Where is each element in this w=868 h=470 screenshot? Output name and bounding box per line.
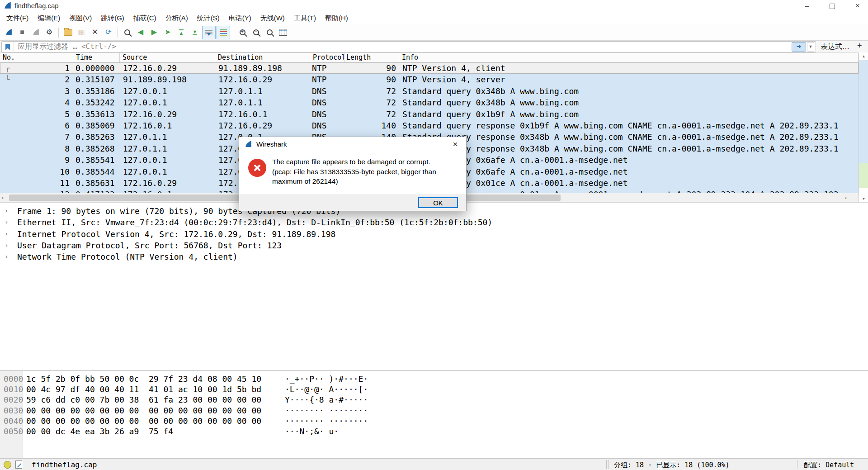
status-profile[interactable]: 配置: Default [804, 461, 854, 470]
window-title: findtheflag.cap [14, 2, 59, 9]
status-packet-counts: 分组: 18 · 已显示: 18 (100.0%) [614, 461, 730, 470]
scroll-left-arrow-icon[interactable]: ‹ [2, 194, 4, 201]
menu-item[interactable]: 无线(W) [256, 12, 289, 24]
last-packet-icon[interactable]: ▼ [189, 26, 201, 39]
bookmark-icon [5, 44, 10, 50]
menu-item[interactable]: 电话(Y) [224, 12, 256, 24]
capture-options-icon[interactable]: ⚙ [43, 26, 56, 39]
close-button[interactable]: × [847, 0, 868, 12]
status-separator [608, 460, 609, 469]
hex-row[interactable]: 005000 00 dc 4e ea 3b 26 a9 75 f4···N·;&… [0, 426, 868, 437]
wireshark-logo-icon [4, 1, 12, 11]
reload-file-icon[interactable]: ⟳ [102, 26, 115, 39]
title-bar[interactable]: findtheflag.cap – × [0, 0, 868, 12]
next-packet-icon[interactable]: ▶ [148, 26, 160, 39]
start-capture-icon[interactable] [2, 26, 15, 39]
column-header-length[interactable]: Length [344, 53, 399, 62]
find-packet-icon[interactable] [121, 26, 133, 39]
menu-item[interactable]: 视图(V) [65, 12, 96, 24]
vertical-scrollbar[interactable]: ▲ ▼ [859, 53, 868, 202]
packet-details-pane: ›Frame 1: 90 bytes on wire (720 bits), 9… [0, 202, 868, 371]
wireshark-window: findtheflag.cap – × 文件(F)编辑(E)视图(V)跳转(G)… [0, 0, 868, 470]
ok-button[interactable]: OK [418, 197, 458, 208]
hex-row[interactable]: 003000 00 00 00 00 00 00 00 00 00 00 00 … [0, 405, 868, 416]
menu-item[interactable]: 文件(F) [2, 12, 33, 24]
dialog-footer: OK [239, 195, 466, 211]
detail-tree-line[interactable]: ›Network Time Protocol (NTP Version 4, c… [0, 251, 868, 262]
column-header-info[interactable]: Info [399, 53, 859, 62]
packet-row[interactable]: 30.353186127.0.0.1127.0.1.1DNS72Standard… [0, 85, 859, 97]
scroll-down-arrow-icon[interactable]: ▼ [859, 197, 868, 201]
packet-row[interactable]: └20.31510791.189.89.198172.16.0.29NTP90N… [0, 74, 859, 85]
expert-info-icon[interactable] [4, 461, 11, 469]
dialog-close-button[interactable]: × [449, 138, 462, 150]
add-filter-button[interactable]: + [857, 41, 862, 51]
wireshark-logo-icon [245, 140, 252, 150]
colorize-icon[interactable] [217, 26, 230, 39]
auto-scroll-icon[interactable] [202, 26, 216, 39]
packet-row[interactable]: 60.385069172.16.0.1172.16.0.29DNS140Stan… [0, 120, 859, 131]
display-filter-box: 应用显示过滤器 … <Ctrl-/> ➜ ▼ [1, 41, 816, 52]
dialog-title-bar[interactable]: Wireshark × [239, 137, 466, 152]
filter-bar: 应用显示过滤器 … <Ctrl-/> ➜ ▼ 表达式… + [0, 41, 868, 52]
filter-input[interactable]: 应用显示过滤器 … <Ctrl-/> [14, 42, 792, 52]
capture-comment-icon[interactable] [15, 461, 22, 469]
packet-row[interactable]: 40.353242127.0.0.1127.0.1.1DNS72Standard… [0, 97, 859, 108]
expand-chevron-icon[interactable]: › [5, 228, 8, 240]
restart-capture-icon[interactable] [29, 26, 42, 39]
normal-size-icon[interactable]: = [263, 26, 276, 39]
scroll-up-arrow-icon[interactable]: ▲ [859, 53, 868, 60]
column-header-time[interactable]: Time [73, 53, 120, 62]
filter-history-caret[interactable]: ▼ [807, 42, 814, 52]
toolbar-separator [118, 28, 118, 38]
column-header-source[interactable]: Source [120, 53, 215, 62]
open-file-icon[interactable] [61, 26, 74, 39]
menu-item[interactable]: 捕获(C) [129, 12, 161, 24]
resize-columns-icon[interactable] [277, 26, 289, 39]
column-header-no[interactable]: No. [0, 53, 73, 62]
scroll-right-arrow-icon[interactable]: › [845, 194, 847, 201]
menu-item[interactable]: 编辑(E) [33, 12, 65, 24]
hex-row[interactable]: 002059 c6 dd c0 00 7b 00 38 61 fa 23 00 … [0, 394, 868, 405]
close-file-icon[interactable]: ✕ [89, 26, 101, 39]
menu-item[interactable]: 统计(S) [193, 12, 224, 24]
detail-tree-line[interactable]: ›Internet Protocol Version 4, Src: 172.1… [0, 228, 868, 240]
packet-row[interactable]: 50.353613172.16.0.29172.16.0.1DNS72Stand… [0, 109, 859, 120]
filter-separator [852, 43, 852, 51]
status-bar: findtheflag.cap 分组: 18 · 已显示: 18 (100.0%… [0, 458, 868, 470]
go-to-packet-icon[interactable]: ➤ [161, 26, 174, 39]
apply-filter-button[interactable]: ➜ [792, 42, 806, 52]
status-separator [606, 460, 607, 469]
hex-row[interactable]: 00001c 5f 2b 0f bb 50 00 0c 29 7f 23 d4 … [0, 374, 868, 384]
stop-capture-icon[interactable]: ■ [16, 26, 28, 39]
status-separator [799, 460, 799, 469]
expand-chevron-icon[interactable]: › [5, 205, 8, 217]
zoom-out-icon[interactable]: − [250, 26, 262, 39]
menu-item[interactable]: 帮助(H) [321, 12, 353, 24]
detail-tree-line[interactable]: ›Ethernet II, Src: Vmware_7f:23:d4 (00:0… [0, 217, 868, 228]
minimize-button[interactable]: – [797, 0, 817, 12]
column-header-protocol[interactable]: Protocol [310, 53, 344, 62]
menu-item[interactable]: 工具(T) [289, 12, 321, 24]
expand-chevron-icon[interactable]: › [5, 251, 8, 262]
packet-row[interactable]: ┌10.000000172.16.0.2991.189.89.198NTP90N… [0, 62, 859, 74]
filter-bookmark-button[interactable] [2, 42, 14, 52]
maximize-button[interactable] [822, 0, 843, 12]
hex-row[interactable]: 001000 4c 97 df 40 00 40 11 41 01 ac 10 … [0, 384, 868, 394]
menu-item[interactable]: 跳转(G) [96, 12, 129, 24]
hex-row[interactable]: 004000 00 00 00 00 00 00 00 00 00 00 00 … [0, 416, 868, 426]
save-file-icon[interactable]: ▦ [75, 26, 88, 39]
zoom-in-icon[interactable]: + [236, 26, 249, 39]
status-filename: findtheflag.cap [32, 461, 97, 469]
toolbar-separator [233, 28, 233, 38]
menu-bar: 文件(F)编辑(E)视图(V)跳转(G)捕获(C)分析(A)统计(S)电话(Y)… [0, 12, 868, 24]
expression-button[interactable]: 表达式… [821, 42, 849, 52]
detail-tree-line[interactable]: ›User Datagram Protocol, Src Port: 56768… [0, 240, 868, 251]
first-packet-icon[interactable]: ▲ [175, 26, 188, 39]
previous-packet-icon[interactable]: ◀ [134, 26, 147, 39]
expand-chevron-icon[interactable]: › [5, 240, 8, 251]
menu-item[interactable]: 分析(A) [161, 12, 193, 24]
column-header-destination[interactable]: Destination [215, 53, 310, 62]
expand-chevron-icon[interactable]: › [5, 217, 8, 228]
packet-list-header: No.TimeSourceDestinationProtocolLengthIn… [0, 52, 859, 63]
